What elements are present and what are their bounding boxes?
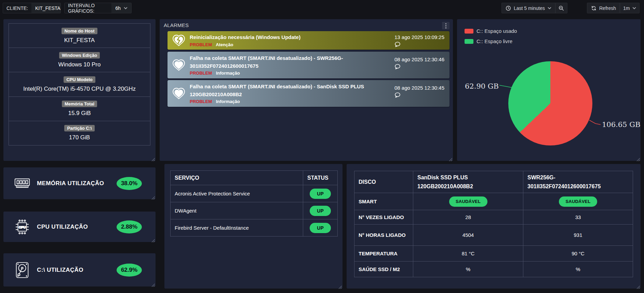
panel-resize-handle[interactable] — [151, 238, 155, 241]
service-name: DWAgent — [171, 202, 303, 219]
column-header-service: SERVIÇO — [171, 171, 303, 185]
disks-panel: DISCO SanDisk SSD PLUS 120GB200210A008B2… — [347, 164, 641, 289]
alarm-item-smart-swr256g[interactable]: Falha na coleta SMART (SMART.INI desatua… — [167, 52, 450, 78]
stat-value-pill: 38.0% — [117, 177, 142, 190]
pie-value-label-free: 62.90 GB — [463, 82, 499, 90]
comments-bubble-icon[interactable] — [394, 64, 401, 69]
disk-row-power-cycles: N° VEZES LIGADO 28 33 — [354, 210, 633, 225]
stat-value-pill: 62.9% — [117, 264, 142, 277]
alarm-item-smart-sandisk[interactable]: Falha na coleta SMART (SMART.INI desatua… — [167, 80, 450, 107]
alarm-item-windows-update[interactable]: Reinicialização necessária (Windows Upda… — [167, 31, 450, 50]
client-variable-value[interactable]: KIT_FESTA — [31, 3, 61, 13]
refresh-label: Refresh — [599, 5, 616, 11]
cpu-utilization-panel: CPU CPU UTILIZAÇÃO 2.88% — [3, 212, 156, 242]
disk-space-pie-panel: C:: Espaço usado C:: Espaço livre 62.90 … — [457, 19, 641, 161]
panel-resize-handle[interactable] — [151, 156, 155, 160]
row-label: SAÚDE SSD / M2 — [354, 262, 413, 277]
chevron-down-icon — [548, 7, 551, 9]
field-label-badge: Windows Edição — [59, 52, 100, 59]
field-value: 15.9 GiB — [68, 110, 91, 117]
panel-resize-handle[interactable] — [636, 156, 640, 160]
panel-resize-handle[interactable] — [151, 195, 155, 199]
magnifier-minus-icon — [559, 5, 564, 11]
panel-resize-handle[interactable] — [151, 282, 155, 286]
panel-menu-kebab-icon[interactable] — [442, 22, 450, 29]
field-value: 170 GiB — [69, 134, 90, 141]
row-label: SMART — [354, 193, 413, 210]
memory-utilization-panel: MEMÓRIA UTILIZAÇÃO 38.0% — [3, 167, 156, 199]
broken-heart-icon — [172, 34, 185, 47]
c-drive-utilization-panel: C:\ UTILIZAÇÃO 62.9% — [3, 253, 156, 286]
service-name: Acronis Active Protection Service — [171, 185, 303, 202]
comments-bubble-icon[interactable] — [394, 42, 401, 47]
client-variable-control[interactable]: CLIENTE: KIT_FESTA — [3, 3, 61, 13]
alarm-body: Falha na coleta SMART (SMART.INI desatua… — [190, 54, 381, 76]
refresh-button[interactable]: Refresh — [587, 3, 620, 13]
time-range-picker[interactable]: Last 5 minutes — [502, 3, 555, 13]
interval-variable-control[interactable]: INTERVALO GRÁFICOS: 6h — [64, 3, 132, 13]
zoom-out-button[interactable] — [555, 3, 567, 13]
disks-header-row: DISCO SanDisk SSD PLUS 120GB200210A008B2… — [354, 171, 633, 193]
disk-row-ssd-health: SAÚDE SSD / M2 % % — [354, 262, 633, 277]
host-row-total-memory: Memória Total 15.9 GiB — [9, 97, 150, 121]
legend-item-free[interactable]: C:: Espaço livre — [465, 38, 517, 44]
refresh-interval-value: 1m — [623, 5, 630, 11]
field-label-badge: CPU Modelo — [64, 76, 95, 83]
heart-icon — [172, 87, 185, 100]
column-header-disk: DISCO — [354, 171, 413, 193]
panel-resize-handle[interactable] — [338, 284, 342, 288]
interval-variable-label: INTERVALO GRÁFICOS: — [65, 3, 111, 13]
services-table: SERVIÇO STATUS Acronis Active Protection… — [170, 170, 338, 237]
chevron-down-icon — [632, 7, 636, 9]
host-info-panel: Nome do Host KIT_FESTA Windows Edição Wi… — [3, 19, 156, 161]
field-label-badge: Nome do Host — [62, 28, 97, 34]
stat-value-pill: 2.88% — [117, 220, 142, 233]
time-picker-group: Last 5 minutes — [501, 3, 567, 13]
legend-item-used[interactable]: C:: Espaço usado — [465, 28, 517, 34]
alarm-severity: Informação — [216, 99, 240, 104]
field-value: Windows 10 Pro — [58, 61, 101, 68]
host-row-cpu-model: CPU Modelo Intel(R) Core(TM) i5-4570 CPU… — [9, 72, 150, 96]
field-label-badge: Partição C:\ — [64, 125, 94, 131]
circular-arrows-icon — [591, 5, 596, 11]
client-variable-selected: KIT_FESTA — [35, 5, 61, 11]
disk-row-power-on-hours: N° HORAS LIGADO 4504 931 — [354, 225, 633, 246]
cell-value: 33 — [523, 210, 633, 225]
alarm-status: PROBLEM — [190, 71, 212, 76]
alarm-body: Falha na coleta SMART (SMART.INI desatua… — [190, 83, 381, 104]
pie-legend: C:: Espaço usado C:: Espaço livre — [465, 28, 517, 44]
column-header-disk-2: SWR256G-301II352F0724012600017675 — [523, 171, 633, 193]
legend-swatch-used — [465, 29, 473, 34]
stat-label: MEMÓRIA UTILIZAÇÃO — [37, 180, 104, 187]
panel-resize-handle[interactable] — [448, 156, 452, 160]
legend-label: C:: Espaço livre — [477, 38, 512, 44]
cell-value: % — [413, 262, 523, 277]
panel-resize-handle[interactable] — [636, 284, 640, 288]
column-header-status: STATUS — [303, 171, 338, 185]
comments-bubble-icon[interactable] — [394, 92, 401, 98]
disk-row-smart: SMART SAUDÁVEL SAUDÁVEL — [354, 193, 633, 210]
alarm-timestamp: 08 ago 2025 12:30:46 — [394, 56, 444, 62]
cell-value: 90 °C — [523, 246, 633, 262]
hard-drive-icon — [14, 262, 31, 279]
alarm-severity: Atenção — [216, 42, 233, 47]
service-row: Acronis Active Protection Service UP — [171, 185, 338, 202]
stat-label: C:\ UTILIZAÇÃO — [37, 267, 83, 273]
dashboard: CLIENTE: KIT_FESTA INTERVALO GRÁFICOS: 6… — [0, 0, 644, 293]
alarm-title: Falha na coleta SMART (SMART.INI desatua… — [190, 83, 381, 98]
alarm-status: PROBLEM — [190, 42, 212, 47]
row-label: N° HORAS LIGADO — [354, 225, 413, 246]
host-info-table: Nome do Host KIT_FESTA Windows Edição Wi… — [9, 23, 150, 145]
alarm-title: Falha na coleta SMART (SMART.INI desatua… — [190, 54, 381, 70]
field-label-badge: Memória Total — [62, 101, 97, 107]
ram-stick-icon — [14, 175, 31, 192]
smart-health-pill: SAUDÁVEL — [559, 196, 597, 207]
cell-value: 4504 — [413, 225, 523, 246]
service-status-pill: UP — [310, 223, 331, 233]
cell-value: 81 °C — [413, 246, 523, 262]
refresh-interval-select[interactable]: 1m — [620, 3, 639, 13]
interval-variable-value[interactable]: 6h — [111, 3, 131, 13]
interval-variable-selected: 6h — [115, 5, 121, 11]
alarm-title: Reinicialização necessária (Windows Upda… — [190, 34, 300, 41]
alarm-meta: 08 ago 2025 12:30:46 — [394, 56, 444, 71]
